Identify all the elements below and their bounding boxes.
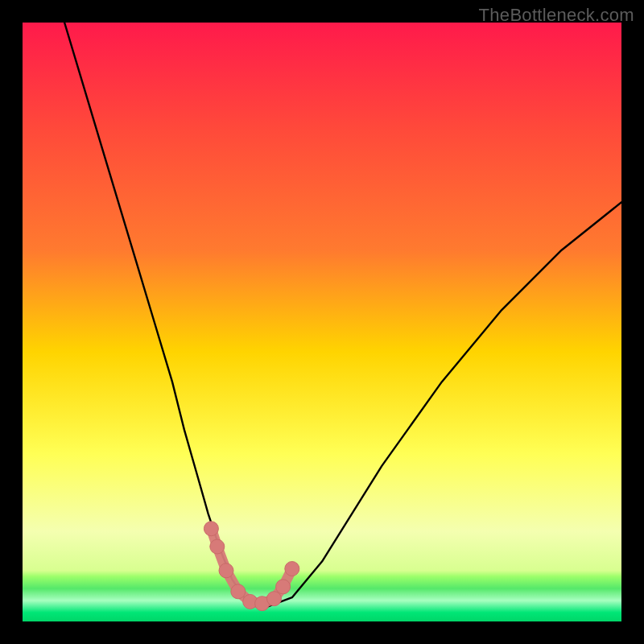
plot-area bbox=[23, 23, 621, 621]
chart-svg bbox=[23, 23, 621, 621]
highlight-point bbox=[219, 564, 233, 578]
highlight-point bbox=[267, 592, 282, 606]
svg-rect-0 bbox=[23, 23, 621, 621]
highlight-point bbox=[204, 522, 218, 536]
highlight-point bbox=[285, 562, 299, 576]
highlight-point bbox=[231, 584, 246, 599]
highlight-point bbox=[276, 580, 291, 594]
chart-frame: TheBottleneck.com bbox=[0, 0, 644, 644]
watermark-text: TheBottleneck.com bbox=[479, 5, 634, 26]
highlight-point bbox=[210, 539, 225, 554]
